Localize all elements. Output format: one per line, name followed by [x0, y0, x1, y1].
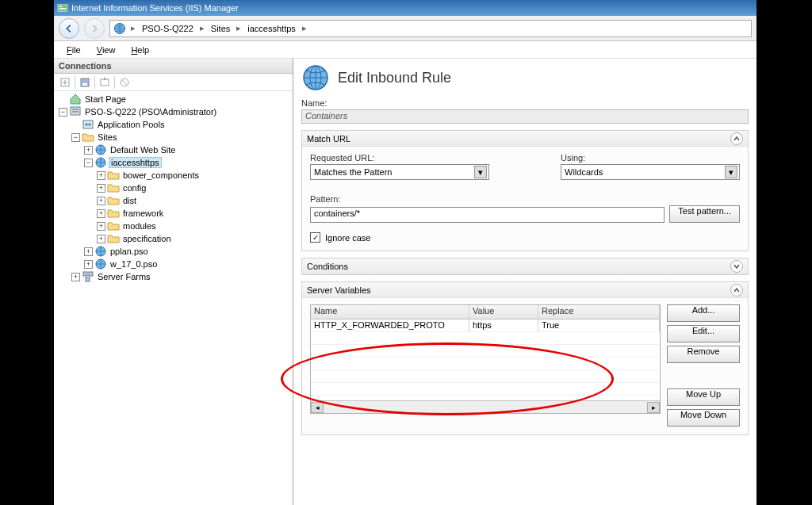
breadcrumb-item[interactable]: iaccesshttps [246, 24, 297, 33]
connect-icon[interactable] [57, 75, 73, 90]
arrow-right-icon [89, 23, 100, 34]
col-name[interactable]: Name [311, 305, 469, 319]
arrow-left-icon [63, 23, 75, 34]
collapse-button[interactable] [730, 132, 743, 145]
expand-icon[interactable]: + [71, 273, 80, 281]
stop-icon[interactable] [117, 75, 132, 90]
titlebar: Internet Information Services (IIS) Mana… [54, 0, 756, 16]
add-button[interactable]: Add... [667, 304, 740, 322]
remove-button[interactable]: Remove [667, 346, 740, 363]
save-icon[interactable] [77, 75, 93, 90]
chevron-right-icon: ▸ [233, 23, 244, 33]
menu-view[interactable]: View [90, 44, 122, 56]
table-row [311, 358, 660, 370]
panel-title: Server Variables [307, 285, 371, 295]
tree-node-start[interactable]: Start Page [57, 93, 293, 105]
grid-header: Name Value Replace [311, 305, 660, 319]
expand-icon[interactable]: + [97, 235, 105, 243]
chevron-right-icon: ▸ [299, 23, 310, 33]
expand-icon[interactable]: + [84, 146, 93, 155]
tree-node-serverfarms[interactable]: +Server Farms [57, 270, 293, 283]
server-variables-panel: Server Variables Name Value Replace [301, 281, 749, 435]
scroll-right-icon[interactable]: ▸ [647, 402, 660, 413]
table-row[interactable]: HTTP_X_FORWARDED_PROTO https True [311, 319, 660, 332]
page-title: Edit Inbound Rule [338, 70, 451, 86]
tree-node-sites[interactable]: − Sites [57, 131, 293, 143]
home-icon [69, 93, 82, 105]
page-header: Edit Inbound Rule [301, 63, 749, 92]
requested-url-select[interactable]: Matches the Pattern ▾ [310, 164, 489, 180]
col-replace[interactable]: Replace [538, 305, 660, 319]
main-content: Edit Inbound Rule Name: Containers Match… [293, 59, 756, 505]
match-url-panel: Match URL Requested URL: Matches the Pat… [301, 130, 749, 251]
breadcrumb-item[interactable]: Sites [209, 24, 232, 33]
collapse-icon[interactable]: − [71, 133, 80, 142]
expand-icon[interactable]: + [84, 247, 93, 256]
chevron-right-icon: ▸ [128, 23, 139, 33]
tree-node-folder[interactable]: +config [57, 182, 293, 194]
svg-point-14 [85, 123, 88, 126]
svg-rect-22 [86, 277, 90, 281]
expand-icon[interactable]: + [84, 260, 93, 269]
collapse-icon[interactable]: − [84, 159, 93, 167]
forward-button[interactable] [84, 18, 105, 39]
folder-icon [107, 194, 120, 207]
chevron-up-icon [733, 135, 741, 143]
globe-icon [113, 22, 126, 35]
breadcrumb-item[interactable]: PSO-S-Q222 [140, 24, 195, 33]
apppool-icon [82, 118, 94, 131]
tree-node-iaccesshttps[interactable]: − iaccesshttps [57, 156, 293, 169]
col-value[interactable]: Value [469, 305, 538, 319]
expand-button[interactable] [730, 260, 743, 273]
panel-title: Conditions [307, 262, 348, 271]
back-button[interactable] [59, 18, 79, 39]
table-row [311, 332, 660, 345]
tree-node-folder[interactable]: +specification [57, 232, 293, 245]
tree-node-folder[interactable]: +dist [57, 194, 293, 207]
test-pattern-button[interactable]: Test pattern... [669, 205, 740, 223]
folder-icon [107, 207, 120, 220]
scroll-left-icon[interactable]: ◂ [311, 402, 324, 413]
using-select[interactable]: Wildcards ▾ [561, 164, 740, 180]
tree-node-folder[interactable]: +framework [57, 207, 293, 220]
tree-node-site[interactable]: +w_17_0.pso [57, 258, 293, 270]
expand-icon[interactable]: + [97, 171, 105, 180]
breadcrumb[interactable]: ▸ PSO-S-Q222 ▸ Sites ▸ iaccesshttps ▸ [109, 20, 752, 37]
chevron-up-icon [733, 286, 741, 294]
tree-node-folder[interactable]: +bower_components [57, 169, 293, 182]
collapse-icon[interactable]: − [59, 108, 67, 117]
tree-node-default-site[interactable]: + Default Web Site [57, 143, 293, 156]
svg-rect-20 [83, 272, 87, 276]
move-down-button[interactable]: Move Down [667, 409, 740, 427]
expand-icon[interactable]: + [97, 222, 105, 231]
tree-node-site[interactable]: +pplan.pso [57, 245, 293, 258]
ignore-case-label: Ignore case [325, 233, 370, 243]
connections-tree[interactable]: Start Page − PSO-S-Q222 (PSO\Administrat… [54, 91, 293, 505]
globe-icon [301, 63, 330, 92]
horizontal-scrollbar[interactable]: ◂ ▸ [311, 400, 660, 413]
svg-rect-6 [82, 83, 87, 86]
edit-button[interactable]: Edit... [667, 325, 740, 342]
table-row [311, 345, 660, 358]
tree-node-folder[interactable]: +modules [57, 220, 293, 232]
expand-icon[interactable]: + [97, 197, 105, 205]
tree-node-apppools[interactable]: Application Pools [57, 118, 293, 131]
refresh-icon[interactable] [97, 75, 113, 90]
expand-icon[interactable]: + [97, 184, 105, 193]
panel-title: Match URL [307, 134, 350, 143]
menu-help[interactable]: Help [124, 44, 155, 56]
pattern-input[interactable]: containers/* [310, 207, 665, 223]
server-icon [69, 105, 82, 118]
collapse-button[interactable] [730, 284, 743, 296]
grid-body[interactable]: HTTP_X_FORWARDED_PROTO https True [311, 319, 660, 400]
move-up-button[interactable]: Move Up [667, 388, 740, 406]
server-variables-grid[interactable]: Name Value Replace HTTP_X_FORWARDED_PROT… [310, 304, 661, 414]
menu-file[interactable]: File [60, 44, 87, 56]
folder-icon [82, 131, 94, 143]
ignore-case-checkbox[interactable]: ✓ [310, 232, 320, 243]
chevron-down-icon [733, 262, 741, 270]
expand-icon[interactable]: + [97, 209, 105, 218]
tree-node-server[interactable]: − PSO-S-Q222 (PSO\Administrator) [57, 105, 293, 118]
requested-url-label: Requested URL: [310, 153, 489, 163]
globe-icon [94, 143, 107, 156]
